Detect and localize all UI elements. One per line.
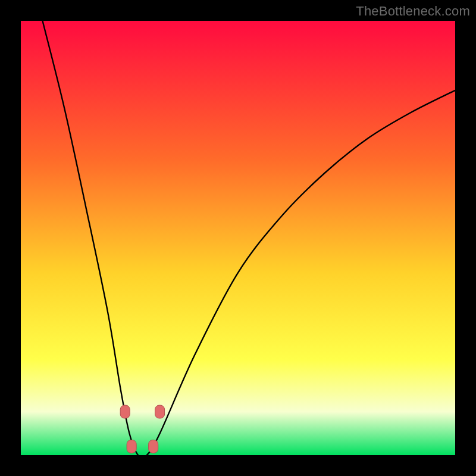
watermark-text: TheBottleneck.com	[356, 4, 470, 19]
curve-marker	[127, 440, 136, 453]
chart-frame: { "watermark": "TheBottleneck.com", "col…	[0, 0, 476, 476]
curve-marker	[120, 405, 130, 418]
gradient-background	[21, 21, 455, 455]
curve-marker	[155, 405, 165, 418]
bottleneck-chart	[0, 0, 476, 476]
curve-marker	[149, 440, 158, 453]
